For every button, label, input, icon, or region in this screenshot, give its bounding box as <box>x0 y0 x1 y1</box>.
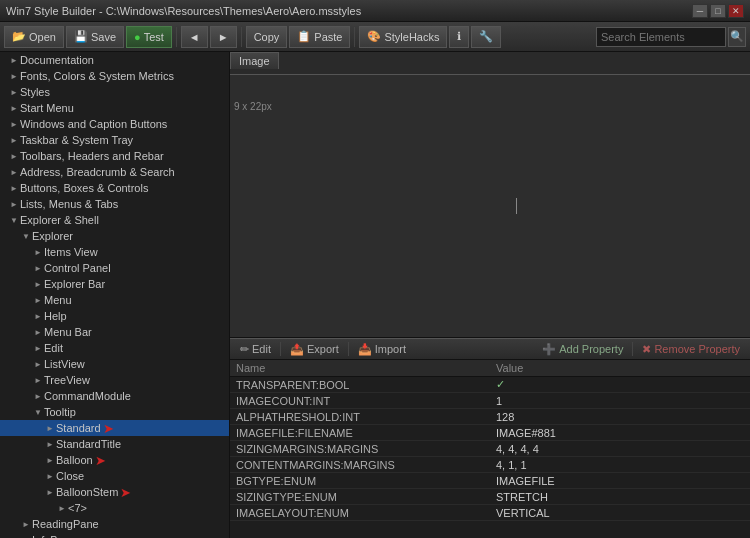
tree-item-label: Toolbars, Headers and Rebar <box>20 150 164 162</box>
table-row[interactable]: IMAGEFILE:FILENAME IMAGE#881 <box>230 425 750 441</box>
tree-item-label: InfoBar <box>32 534 67 538</box>
tree-item[interactable]: ►<7> <box>0 500 229 516</box>
forward-button[interactable]: ► <box>210 26 237 48</box>
tree-item[interactable]: ►Items View <box>0 244 229 260</box>
tree-item[interactable]: ►Toolbars, Headers and Rebar <box>0 148 229 164</box>
tree-arrow-icon: ► <box>44 454 56 466</box>
tree-arrow-icon: ► <box>32 262 44 274</box>
tree-item[interactable]: ►Buttons, Boxes & Controls <box>0 180 229 196</box>
toolbar-separator-3 <box>354 27 355 47</box>
tree-item[interactable]: ▼Tooltip <box>0 404 229 420</box>
tree-item-label: Balloon <box>56 454 93 466</box>
info-button[interactable]: ℹ <box>449 26 469 48</box>
tree-item-label: Help <box>44 310 67 322</box>
edit-tab-button[interactable]: ✏ Edit <box>234 340 277 358</box>
table-row[interactable]: SIZINGTYPE:ENUM STRETCH <box>230 489 750 505</box>
import-tab-button[interactable]: 📥 Import <box>352 340 412 358</box>
tree-arrow-icon: ► <box>32 326 44 338</box>
tree-item[interactable]: ►Standard➤ <box>0 420 229 436</box>
tools-button[interactable]: 🔧 <box>471 26 501 48</box>
tree-item-label: BalloonStem <box>56 486 118 498</box>
tree-item[interactable]: ►TreeView <box>0 372 229 388</box>
tree-item-label: Close <box>56 470 84 482</box>
prop-name-cell: IMAGEFILE:FILENAME <box>230 425 490 441</box>
prop-value-cell: IMAGE#881 <box>490 425 750 441</box>
stylehacks-icon: 🎨 <box>367 30 381 43</box>
col-value-header: Value <box>490 360 750 377</box>
tree-item[interactable]: ►CommandModule <box>0 388 229 404</box>
tree-item-label: Explorer <box>32 230 73 242</box>
save-button[interactable]: 💾 Save <box>66 26 124 48</box>
tree-item[interactable]: ►Lists, Menus & Tabs <box>0 196 229 212</box>
table-row[interactable]: ALPHATHRESHOLD:INT 128 <box>230 409 750 425</box>
table-row[interactable]: BGTYPE:ENUM IMAGEFILE <box>230 473 750 489</box>
bottom-sep-3 <box>632 342 633 356</box>
tree-item-label: ListView <box>44 358 85 370</box>
tree-item[interactable]: ►Fonts, Colors & System Metrics <box>0 68 229 84</box>
tree-item[interactable]: ►BalloonStem➤ <box>0 484 229 500</box>
table-row[interactable]: SIZINGMARGINS:MARGINS 4, 4, 4, 4 <box>230 441 750 457</box>
tree-item[interactable]: ►Start Menu <box>0 100 229 116</box>
copy-button[interactable]: Copy <box>246 26 288 48</box>
prop-name-cell: IMAGELAYOUT:ENUM <box>230 505 490 521</box>
table-row[interactable]: CONTENTMARGINS:MARGINS 4, 1, 1 <box>230 457 750 473</box>
tree-item-label: Explorer & Shell <box>20 214 99 226</box>
tree-item[interactable]: ►Taskbar & System Tray <box>0 132 229 148</box>
tree-item[interactable]: ►Address, Breadcrumb & Search <box>0 164 229 180</box>
tree-item[interactable]: ►ReadingPane <box>0 516 229 532</box>
tree-item[interactable]: ►Help <box>0 308 229 324</box>
tree-item[interactable]: ►Explorer Bar <box>0 276 229 292</box>
tree-item-label: ReadingPane <box>32 518 99 530</box>
tree-arrow-icon: ► <box>20 518 32 530</box>
test-button[interactable]: ● Test <box>126 26 172 48</box>
image-tab[interactable]: Image <box>230 52 279 69</box>
tree-panel[interactable]: ►Documentation►Fonts, Colors & System Me… <box>0 52 230 538</box>
tree-item-label: Menu <box>44 294 72 306</box>
remove-property-button[interactable]: ✖ Remove Property <box>636 340 746 358</box>
export-tab-button[interactable]: 📤 Export <box>284 340 345 358</box>
title-text: Win7 Style Builder - C:\Windows\Resource… <box>6 5 361 17</box>
search-button[interactable]: 🔍 <box>728 27 746 47</box>
table-row[interactable]: IMAGECOUNT:INT 1 <box>230 393 750 409</box>
minimize-button[interactable]: ─ <box>692 4 708 18</box>
tree-item[interactable]: ►Close <box>0 468 229 484</box>
table-row[interactable]: IMAGELAYOUT:ENUM VERTICAL <box>230 505 750 521</box>
tree-arrow-icon: ► <box>8 118 20 130</box>
tree-item[interactable]: ►Edit <box>0 340 229 356</box>
stylehacks-button[interactable]: 🎨 StyleHacks <box>359 26 447 48</box>
tree-item[interactable]: ►Documentation <box>0 52 229 68</box>
tree-item[interactable]: ►Styles <box>0 84 229 100</box>
tree-item-label: Windows and Caption Buttons <box>20 118 167 130</box>
tree-item[interactable]: ►StandardTitle <box>0 436 229 452</box>
back-button[interactable]: ◄ <box>181 26 208 48</box>
search-input[interactable] <box>596 27 726 47</box>
tree-arrow-icon: ► <box>44 470 56 482</box>
tree-item-label: CommandModule <box>44 390 131 402</box>
test-icon: ● <box>134 31 141 43</box>
bottom-panel: ✏ Edit 📤 Export 📥 Import ➕ Add Property <box>230 338 750 538</box>
tree-item[interactable]: ►Windows and Caption Buttons <box>0 116 229 132</box>
tree-item-label: Start Menu <box>20 102 74 114</box>
image-area: Image 9 x 22px <box>230 52 750 338</box>
properties-table[interactable]: Name Value TRANSPARENT:BOOL ✓ IMAGECOUNT… <box>230 360 750 538</box>
tree-item[interactable]: ▼Explorer <box>0 228 229 244</box>
image-cursor <box>516 198 517 214</box>
tree-item[interactable]: ►Control Panel <box>0 260 229 276</box>
tree-item[interactable]: ►Balloon➤ <box>0 452 229 468</box>
tree-item[interactable]: ►InfoBar <box>0 532 229 538</box>
maximize-button[interactable]: □ <box>710 4 726 18</box>
open-button[interactable]: 📂 Open <box>4 26 64 48</box>
window-controls[interactable]: ─ □ ✕ <box>692 4 744 18</box>
close-button[interactable]: ✕ <box>728 4 744 18</box>
tree-item[interactable]: ▼Explorer & Shell <box>0 212 229 228</box>
tree-item-label: Documentation <box>20 54 94 66</box>
tree-arrow-icon: ► <box>32 294 44 306</box>
add-property-button[interactable]: ➕ Add Property <box>536 340 629 358</box>
paste-button[interactable]: 📋 Paste <box>289 26 350 48</box>
tree-item[interactable]: ►Menu Bar <box>0 324 229 340</box>
tree-arrow-icon: ► <box>32 246 44 258</box>
tree-item-label: Fonts, Colors & System Metrics <box>20 70 174 82</box>
table-row[interactable]: TRANSPARENT:BOOL ✓ <box>230 377 750 393</box>
tree-item[interactable]: ►ListView <box>0 356 229 372</box>
tree-item[interactable]: ►Menu <box>0 292 229 308</box>
